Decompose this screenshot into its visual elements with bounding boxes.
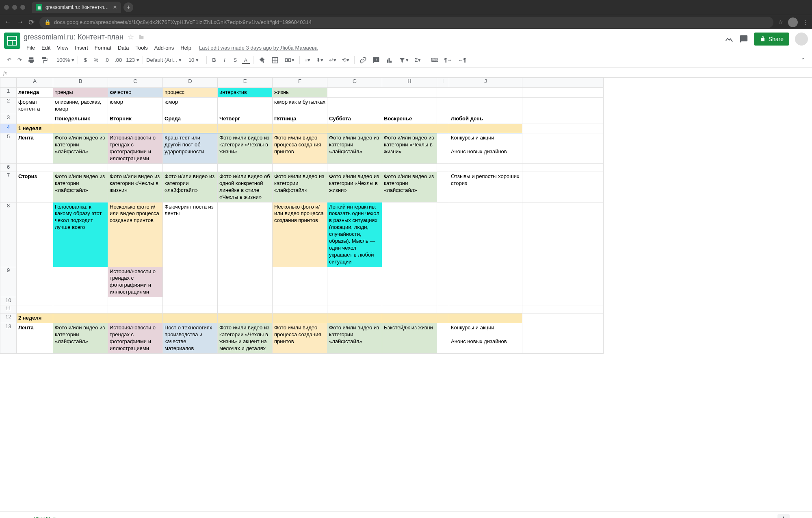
cell[interactable]: История/новости о трендах с фотографиями… <box>108 323 163 354</box>
formula-bar[interactable]: fx <box>0 68 812 78</box>
cell[interactable] <box>437 267 449 297</box>
cell[interactable]: формат контента <box>17 97 53 114</box>
cell[interactable] <box>327 124 382 133</box>
cell[interactable] <box>53 164 108 172</box>
menu-tools[interactable]: Tools <box>132 43 150 52</box>
cell[interactable]: описание, рассказ, юмор <box>53 97 108 114</box>
cell[interactable]: Фото и/или видео из категории «Чехлы в ж… <box>382 133 437 164</box>
cell[interactable] <box>327 164 382 172</box>
cell[interactable] <box>437 202 449 267</box>
row-header[interactable]: 1 <box>0 88 17 98</box>
cell[interactable] <box>437 164 449 172</box>
percent-button[interactable]: % <box>91 55 101 65</box>
cell[interactable] <box>218 267 273 297</box>
cell[interactable] <box>449 164 522 172</box>
cell[interactable] <box>163 313 218 323</box>
cell[interactable] <box>449 124 522 133</box>
cell[interactable]: 1 неделя <box>17 124 53 133</box>
column-header[interactable]: I <box>437 78 449 88</box>
cell[interactable] <box>382 297 437 305</box>
cell[interactable] <box>17 267 53 297</box>
browser-profile-avatar[interactable] <box>788 17 798 27</box>
cell[interactable]: Пост о технологиях производства и качест… <box>163 323 218 354</box>
cell[interactable] <box>522 323 604 354</box>
cell[interactable]: Фото и/или видео об одной конкретной лин… <box>218 172 273 202</box>
v-align-button[interactable]: ⬍▾ <box>314 55 326 65</box>
browser-menu-icon[interactable]: ⋮ <box>803 19 808 25</box>
cell[interactable]: Фото и/или видео из категории «лайфстайл… <box>382 172 437 202</box>
row-header[interactable]: 4 <box>0 124 17 133</box>
h-align-button[interactable]: ≡▾ <box>302 55 313 65</box>
profile-avatar[interactable] <box>795 33 808 46</box>
row-header[interactable]: 12 <box>0 313 17 323</box>
cell[interactable] <box>449 305 522 313</box>
minimize-window-icon[interactable] <box>12 5 17 10</box>
cell[interactable]: 2 неделя <box>17 313 53 323</box>
menu-edit[interactable]: Edit <box>39 43 53 52</box>
cell[interactable] <box>163 164 218 172</box>
cell[interactable]: процесс <box>163 88 218 98</box>
cell[interactable] <box>163 297 218 305</box>
currency-button[interactable]: $ <box>80 55 90 65</box>
share-button[interactable]: Share <box>754 33 789 46</box>
cell[interactable] <box>437 172 449 202</box>
cell[interactable] <box>108 297 163 305</box>
font-size-select[interactable]: 10 ▾ <box>188 55 204 65</box>
document-title[interactable]: gressomiami.ru: Контент-план <box>24 33 123 41</box>
cell[interactable] <box>273 305 327 313</box>
cell[interactable] <box>218 202 273 267</box>
cell[interactable]: Лента <box>17 323 53 354</box>
bookmark-icon[interactable]: ☆ <box>778 19 783 25</box>
edit-history-link[interactable]: Last edit was made 3 days ago by Люба Ма… <box>199 45 318 51</box>
paint-format-button[interactable] <box>38 55 50 65</box>
cell[interactable]: Фото и/или видео процесса создания принт… <box>273 133 327 164</box>
cell[interactable] <box>437 323 449 354</box>
cell[interactable] <box>522 313 604 323</box>
comment-button[interactable] <box>370 55 382 65</box>
cell[interactable]: Фото и/или видео из категории «лайфстайл… <box>53 323 108 354</box>
cell[interactable]: История/новости о трендах с фотографиями… <box>108 133 163 164</box>
cell[interactable] <box>327 97 382 114</box>
move-icon[interactable] <box>138 34 145 40</box>
cell[interactable] <box>163 124 218 133</box>
all-sheets-button[interactable]: ≡ <box>17 514 25 518</box>
cell[interactable] <box>218 97 273 114</box>
cell[interactable]: интерактив <box>218 88 273 98</box>
filter-button[interactable]: ▾ <box>396 55 411 65</box>
row-header[interactable]: 11 <box>0 305 17 313</box>
sheets-logo-icon[interactable] <box>4 33 20 49</box>
cell[interactable]: Четверг <box>218 114 273 124</box>
cell[interactable] <box>522 267 604 297</box>
column-header[interactable]: A <box>17 78 53 88</box>
cell[interactable] <box>53 297 108 305</box>
cell[interactable] <box>437 114 449 124</box>
cell[interactable]: Пятница <box>273 114 327 124</box>
cell[interactable]: Отзывы и репосты хороших сториз <box>449 172 522 202</box>
cell[interactable] <box>273 164 327 172</box>
cell[interactable] <box>17 305 53 313</box>
menu-format[interactable]: Format <box>92 43 114 52</box>
cell[interactable] <box>449 202 522 267</box>
back-button[interactable]: ← <box>4 18 11 26</box>
cell[interactable]: Фото и/или видео из категории «Чехлы в ж… <box>108 172 163 202</box>
cell[interactable] <box>522 114 604 124</box>
cell[interactable] <box>522 297 604 305</box>
cell[interactable] <box>108 164 163 172</box>
fill-color-button[interactable] <box>256 55 268 65</box>
cell[interactable] <box>449 88 522 98</box>
row-header[interactable]: 10 <box>0 297 17 305</box>
redo-button[interactable]: ↷ <box>15 55 24 65</box>
row-header[interactable]: 13 <box>0 323 17 354</box>
cell[interactable] <box>327 305 382 313</box>
sheet-tab[interactable]: Sheet3 ▾ <box>27 512 62 518</box>
cell[interactable] <box>53 305 108 313</box>
close-window-icon[interactable] <box>4 5 9 10</box>
explore-button[interactable] <box>777 514 790 518</box>
decrease-decimal-button[interactable]: .0 <box>102 55 111 65</box>
cell[interactable] <box>437 133 449 164</box>
cell[interactable] <box>382 164 437 172</box>
cell[interactable]: Краш-тест или другой пост об ударопрочно… <box>163 133 218 164</box>
cell[interactable]: Суббота <box>327 114 382 124</box>
cell[interactable]: качество <box>108 88 163 98</box>
cell[interactable] <box>53 313 108 323</box>
